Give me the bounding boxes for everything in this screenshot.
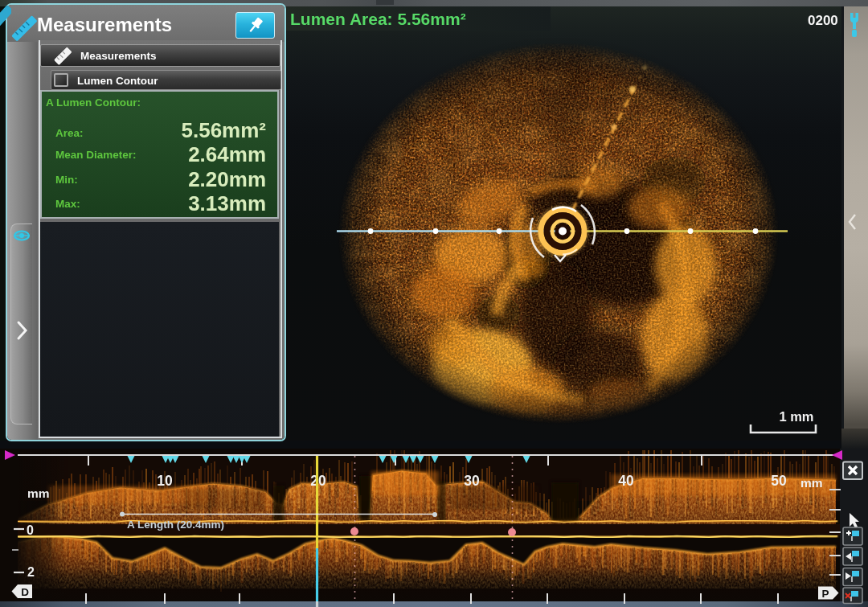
svg-text:0: 0 — [27, 523, 34, 537]
svg-text:D: D — [21, 586, 29, 598]
svg-text:mm: mm — [800, 476, 823, 490]
svg-text:mm: mm — [27, 486, 50, 500]
svg-text:30: 30 — [464, 473, 480, 489]
svg-text:A Length (20.4mm): A Length (20.4mm) — [127, 519, 224, 531]
svg-text:P: P — [821, 588, 829, 600]
svg-text:2: 2 — [27, 565, 35, 579]
svg-text:40: 40 — [618, 473, 634, 489]
svg-text:50: 50 — [771, 473, 787, 489]
svg-text:20: 20 — [310, 473, 326, 489]
svg-text:10: 10 — [157, 473, 173, 489]
